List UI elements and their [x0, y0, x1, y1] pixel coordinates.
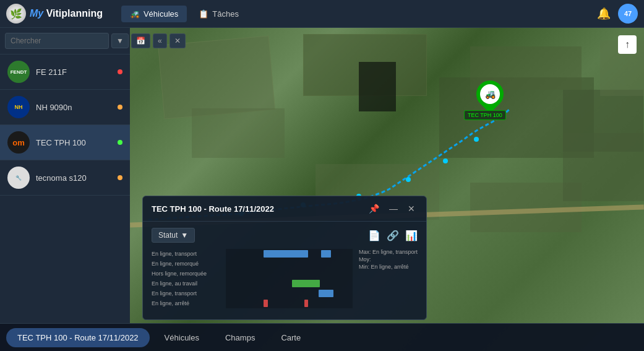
vehicle-marker[interactable]: 🚜 TEC TPH 100 [476, 80, 504, 113]
timeline-bars-container [226, 249, 353, 308]
dark-patch [359, 62, 396, 111]
timeline-row-0 [226, 249, 353, 259]
bar-transport-2 [321, 250, 331, 258]
pin-inner: 🚜 [480, 84, 500, 104]
status-selector: Statut ▼ 📄 🔗 📊 [152, 228, 418, 243]
close-sidebar-button[interactable]: ✕ [170, 33, 186, 48]
panel-close-button[interactable]: ✕ [405, 202, 418, 215]
timeline-row-4 [226, 288, 353, 298]
label-transport2: En ligne, transport [152, 288, 226, 298]
vehicle-item-tec100[interactable]: om TEC TPH 100 [0, 125, 130, 160]
panel-title: TEC TPH 100 - Route 17/11/2022 [152, 204, 366, 214]
timeline-row-2 [226, 269, 353, 279]
vehicles-icon: 🚜 [130, 9, 140, 19]
search-bar: ▼ 📅 « ✕ [0, 28, 130, 54]
bar-transport-3 [319, 290, 334, 297]
tasks-icon: 📋 [199, 9, 208, 19]
app-header: 🌿 My Vitiplanning 🚜 Véhicules 📋 Tâches 🔔… [0, 0, 644, 28]
export-icon[interactable]: 📄 [368, 230, 380, 241]
label-transport1: En ligne, transport [152, 249, 226, 259]
share-icon[interactable]: 🔗 [387, 230, 399, 241]
marker-pin: 🚜 [476, 80, 504, 113]
legend-moy: Moy: [359, 256, 418, 262]
filter-button[interactable]: ▼ [111, 33, 129, 48]
panel-header: TEC TPH 100 - Route 17/11/2022 📌 — ✕ [143, 196, 426, 222]
bar-stop-2 [304, 300, 308, 307]
chart-icon[interactable]: 📊 [405, 230, 418, 241]
map-north-button[interactable]: ↑ [618, 35, 637, 54]
status-dropdown[interactable]: Statut ▼ [152, 228, 195, 243]
vehicle-name-fe211f: FE 211F [36, 67, 67, 77]
vehicle-name-tec100: TEC TPH 100 [36, 138, 86, 147]
status-dot-nh9090n [118, 105, 122, 110]
bar-stop-1 [264, 300, 267, 307]
label-stop: En ligne, arrêté [152, 298, 226, 308]
info-panel: TEC TPH 100 - Route 17/11/2022 📌 — ✕ Sta… [142, 196, 427, 320]
vehicle-name-tecnoma: tecnoma s120 [36, 173, 87, 183]
vehicle-name-nh9090n: NH 9090n [36, 103, 72, 112]
bar-transport-1 [264, 250, 308, 258]
notification-bell-icon[interactable]: 🔔 [597, 7, 611, 20]
label-hors: Hors ligne, remorquée [152, 269, 226, 279]
bottom-tab-carte[interactable]: Carte [270, 328, 312, 347]
vehicle-item-tecnoma[interactable]: 🔧 tecnoma s120 [0, 160, 130, 196]
bottom-bar: TEC TPH 100 - Route 17/11/2022 Véhicules… [0, 323, 644, 351]
nav-tasks[interactable]: 📋 Tâches [190, 6, 247, 22]
chevron-down-icon: ▼ [181, 231, 188, 240]
label-towed: En ligne, remorqué [152, 259, 226, 269]
bar-work [292, 280, 320, 287]
panel-pin-button[interactable]: 📌 [366, 202, 382, 215]
vehicle-item-fe211f[interactable]: FENDT FE 211F [0, 54, 130, 90]
status-dot-fe211f [118, 69, 122, 74]
nav-vehicles[interactable]: 🚜 Véhicules [121, 6, 187, 22]
status-dot-tec100 [118, 140, 122, 145]
bottom-tab-vehicles[interactable]: Véhicules [153, 328, 210, 347]
vehicle-logo-om: om [7, 131, 30, 154]
legend: Max: En ligne, transport Moy: Min: En li… [353, 249, 418, 308]
vehicle-logo-nh: NH [7, 96, 30, 118]
legend-max: Max: En ligne, transport [359, 249, 418, 255]
timeline-chart: En ligne, transport En ligne, remorqué H… [152, 249, 418, 308]
bottom-tab-active[interactable]: TEC TPH 100 - Route 17/11/2022 [6, 328, 150, 347]
legend-min: Min: En ligne, arrêté [359, 264, 418, 270]
calendar-button[interactable]: 📅 [131, 33, 150, 48]
timeline-row-1 [226, 259, 353, 269]
vehicle-item-nh9090n[interactable]: NH NH 9090n [0, 90, 130, 125]
back-button[interactable]: « [153, 33, 167, 48]
logo: 🌿 My Vitiplanning [6, 4, 103, 24]
vehicle-logo-fendt: FENDT [7, 61, 30, 83]
vehicle-list: FENDT FE 211F NH NH 9090n om TEC TPH 100… [0, 54, 130, 351]
bottom-tab-champs[interactable]: Champs [214, 328, 266, 347]
sidebar: ▼ 📅 « ✕ FENDT FE 211F NH NH 9090n om TEC… [0, 28, 130, 351]
label-work: En ligne, au travail [152, 279, 226, 288]
vehicle-logo-tecnoma: 🔧 [7, 167, 30, 189]
logo-icon: 🌿 [6, 4, 26, 24]
timeline-row-3 [226, 279, 353, 288]
svg-point-4 [443, 158, 448, 163]
panel-body: Statut ▼ 📄 🔗 📊 En ligne, transport En li… [143, 222, 426, 319]
user-avatar[interactable]: 47 [618, 4, 638, 24]
panel-minimize-button[interactable]: — [387, 202, 400, 215]
status-dropdown-label: Statut [158, 231, 178, 240]
panel-actions: 📌 — ✕ [366, 202, 418, 215]
field-patch [192, 108, 285, 158]
field-patch [563, 133, 644, 201]
main-nav: 🚜 Véhicules 📋 Tâches [121, 6, 247, 22]
timeline-labels: En ligne, transport En ligne, remorqué H… [152, 249, 226, 308]
logo-text: My Vitiplanning [30, 8, 103, 19]
timeline-row-5 [226, 298, 353, 308]
panel-icons-right: 📄 🔗 📊 [368, 230, 418, 241]
header-right: 🔔 47 [597, 4, 638, 24]
status-dot-tecnoma [118, 175, 122, 180]
search-input[interactable] [5, 33, 109, 49]
marker-label: TEC TPH 100 [464, 110, 506, 120]
